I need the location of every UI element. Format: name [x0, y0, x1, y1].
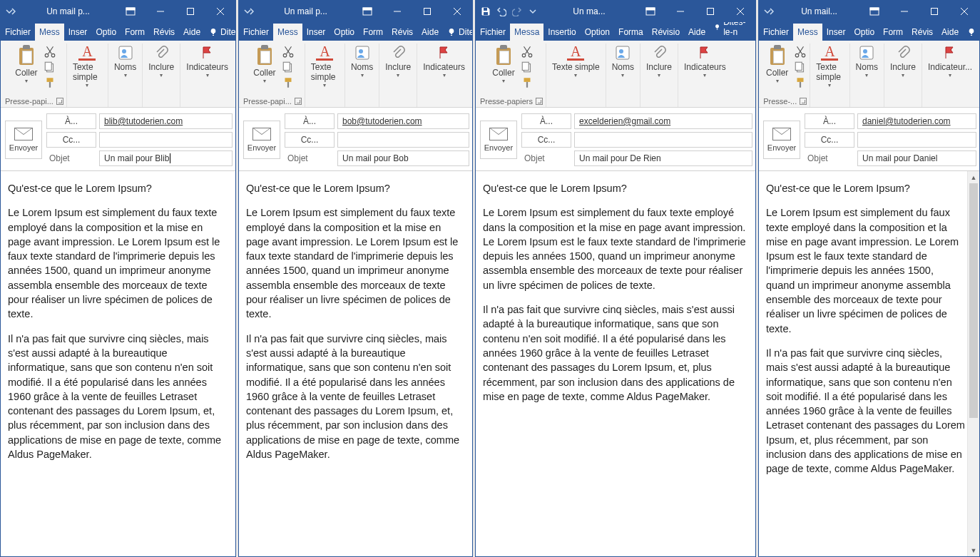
qat-more-icon[interactable] [5, 6, 16, 17]
tab-aide[interactable]: Aide [684, 24, 710, 41]
tab-aide[interactable]: Aide [417, 24, 443, 41]
close-button[interactable] [949, 1, 979, 22]
tell-me[interactable]: D [963, 24, 979, 41]
include-button[interactable]: Inclure▾ [643, 44, 675, 80]
title-bar[interactable]: Un mail p... [239, 1, 472, 22]
paste-button[interactable]: Coller▾ [489, 44, 517, 86]
to-button[interactable]: À... [46, 113, 96, 129]
tab-insertion[interactable]: Inser [302, 24, 330, 41]
message-body[interactable]: Qu'est-ce que le Lorem Ipsum? Le Lorem I… [476, 171, 755, 556]
maximize-button[interactable] [695, 1, 725, 22]
indicators-button[interactable]: Indicateurs▾ [183, 44, 231, 80]
subject-field[interactable]: Un mail pour De Rien [574, 150, 752, 166]
tab-fichier[interactable]: Fichier [759, 24, 793, 41]
tell-me[interactable]: Dite [443, 24, 472, 41]
tab-insertion[interactable]: Inser [822, 24, 850, 41]
title-bar[interactable]: Un mail... [759, 1, 979, 22]
format-painter-button[interactable] [521, 76, 534, 89]
indicators-button[interactable]: Indicateur...▾ [925, 44, 975, 80]
tell-me[interactable]: Dite [205, 24, 235, 41]
tab-aide[interactable]: Aide [179, 24, 205, 41]
tab-fichier[interactable]: Fichier [476, 24, 510, 41]
scroll-down-button[interactable]: ▼ [968, 544, 979, 556]
paste-button[interactable]: Coller▾ [250, 44, 278, 86]
indicators-button[interactable]: Indicateurs▾ [420, 44, 468, 80]
ribbon-display-button[interactable] [352, 1, 382, 22]
cc-field[interactable] [574, 132, 752, 148]
tell-me[interactable]: Dites-le-n [710, 22, 755, 41]
names-button[interactable]: Noms▾ [609, 44, 637, 80]
include-button[interactable]: Inclure▾ [146, 44, 177, 80]
vertical-scrollbar[interactable]: ▲ ▼ [967, 171, 979, 556]
minimize-button[interactable] [665, 1, 695, 22]
minimize-button[interactable] [146, 1, 175, 22]
maximize-button[interactable] [175, 1, 205, 22]
redo-icon[interactable] [511, 6, 523, 17]
message-body[interactable]: Qu'est-ce que le Lorem Ipsum? Le Lorem I… [759, 171, 979, 556]
send-button[interactable]: Envoyer [243, 121, 280, 159]
subject-field[interactable]: Un mail pour Blib [99, 150, 233, 166]
tab-format[interactable]: Form [121, 24, 149, 41]
maximize-button[interactable] [919, 1, 949, 22]
maximize-button[interactable] [412, 1, 442, 22]
basic-text-button[interactable]: ATexte simple▾ [70, 44, 105, 90]
close-button[interactable] [205, 1, 235, 22]
format-painter-button[interactable] [794, 76, 807, 89]
to-button[interactable]: À... [521, 113, 571, 129]
tab-fichier[interactable]: Fichier [1, 24, 35, 41]
ribbon-display-button[interactable] [859, 1, 889, 22]
scroll-track[interactable] [968, 183, 979, 544]
tab-insertion[interactable]: Insertio [543, 24, 580, 41]
cut-button[interactable] [44, 45, 56, 58]
format-painter-button[interactable] [282, 76, 295, 89]
cut-button[interactable] [521, 45, 534, 58]
minimize-button[interactable] [382, 1, 412, 22]
tab-options[interactable]: Optio [849, 24, 879, 41]
cut-button[interactable] [282, 45, 295, 58]
basic-text-button[interactable]: ATexte simple▾ [549, 44, 603, 80]
to-field[interactable]: bob@tutoderien.com [337, 113, 469, 129]
close-button[interactable] [442, 1, 472, 22]
subject-field[interactable]: Un mail pour Bob [337, 150, 469, 166]
tab-options[interactable]: Optio [91, 24, 121, 41]
paste-button[interactable]: Coller▾ [763, 44, 791, 86]
close-button[interactable] [725, 1, 755, 22]
tab-options[interactable]: Optio [330, 24, 359, 41]
names-button[interactable]: Noms▾ [853, 44, 881, 80]
to-button[interactable]: À... [285, 113, 335, 129]
cc-button[interactable]: Cc... [46, 132, 96, 148]
cc-button[interactable]: Cc... [805, 132, 854, 148]
tab-aide[interactable]: Aide [937, 24, 963, 41]
copy-button[interactable] [521, 61, 534, 73]
to-field[interactable]: daniel@tutoderien.com [857, 113, 976, 129]
copy-button[interactable] [44, 61, 56, 73]
title-bar[interactable]: Un mail p... [1, 1, 235, 22]
tab-revision[interactable]: Révis [149, 24, 179, 41]
cut-button[interactable] [794, 45, 807, 58]
clipboard-launcher[interactable] [800, 98, 807, 105]
cc-field[interactable] [337, 132, 469, 148]
cc-field[interactable] [99, 132, 233, 148]
send-button[interactable]: Envoyer [763, 121, 800, 159]
clipboard-launcher[interactable] [536, 98, 543, 105]
basic-text-button[interactable]: ATexte simple▾ [308, 44, 342, 90]
cc-button[interactable]: Cc... [521, 132, 571, 148]
include-button[interactable]: Inclure▾ [887, 44, 919, 80]
cc-button[interactable]: Cc... [285, 132, 335, 148]
ribbon-display-button[interactable] [636, 1, 665, 22]
tab-revision[interactable]: Révis [907, 24, 937, 41]
to-button[interactable]: À... [805, 113, 854, 129]
tab-revision[interactable]: Révisio [648, 24, 684, 41]
to-field[interactable]: excelderien@gmail.com [574, 113, 752, 129]
names-button[interactable]: Noms▾ [111, 44, 139, 80]
minimize-button[interactable] [889, 1, 919, 22]
title-bar[interactable]: Un ma... [476, 1, 755, 22]
tab-format[interactable]: Form [879, 24, 907, 41]
include-button[interactable]: Inclure▾ [382, 44, 414, 80]
message-body[interactable]: Qu'est-ce que le Lorem Ipsum? Le Lorem I… [239, 171, 472, 556]
copy-button[interactable] [794, 61, 807, 73]
scroll-thumb[interactable] [969, 183, 978, 418]
paste-button[interactable]: Coller ▾ [12, 44, 40, 86]
tab-format[interactable]: Form [359, 24, 387, 41]
send-button[interactable]: Envoyer [480, 121, 517, 159]
